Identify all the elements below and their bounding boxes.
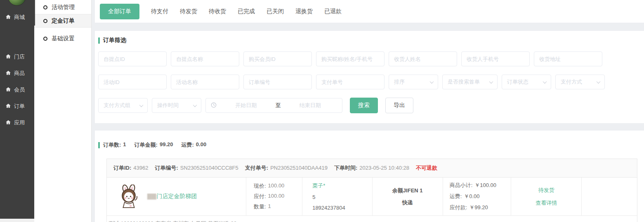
submenu-item-deposit-order[interactable]: 定金订单 [34, 14, 91, 28]
freight-value: ￥0.00 [464, 193, 479, 200]
accent-bar [98, 37, 100, 44]
submenu-item-label: 基础设置 [52, 35, 75, 42]
operate-time-select[interactable]: 操作时间 [152, 98, 201, 113]
submenu-item-activity[interactable]: 活动管理 [34, 0, 91, 14]
payment-method: 余额JIFEN 1 [392, 187, 423, 194]
paid-price-value: 100.00 [268, 193, 285, 200]
quantity-label: 数量: [254, 203, 266, 210]
spacer [95, 23, 644, 31]
buyer-cell: 栗子* 5 18924237804 [302, 178, 373, 215]
buyer-nickname-link[interactable]: 栗子* [312, 182, 325, 189]
end-date-placeholder[interactable]: 结束日期 [283, 102, 337, 109]
tab-pending-shipment[interactable]: 待发货 [180, 8, 197, 15]
pay-method-select[interactable]: 支付方式 [555, 75, 605, 89]
tab-refunded[interactable]: 已退款 [324, 8, 342, 15]
sidebar-item-label: 应用 [14, 119, 25, 126]
product-cell: ▇▇门店定金阶梯团 [107, 178, 246, 215]
chevron-down-icon [193, 103, 197, 107]
sidebar-item-store[interactable]: 门店 [0, 49, 34, 65]
tab-closed[interactable]: 已关闭 [267, 8, 284, 15]
secondary-sidebar: 活动管理 定金订单 基础设置 [34, 0, 92, 222]
order-status-tabs: 全部订单 待支付 待发货 待收货 已完成 已关闭 退换货 已退款 [95, 0, 644, 23]
order-amount-label: 订单金额: [134, 141, 158, 149]
filter-title-text: 订单筛选 [103, 37, 126, 44]
subtotal-label: 商品小计: [450, 182, 473, 189]
freight-value: 0.00 [196, 141, 206, 149]
filter-row-3: 支付方式组 操作时间 开始日期 至 结束日期 搜索 导出 [98, 98, 641, 113]
status-cell: 待发货 查看详情 [511, 178, 582, 215]
export-button[interactable]: 导出 [385, 98, 413, 113]
freight-label: 运费: [450, 193, 462, 200]
sidebar-item-label: 门店 [14, 53, 25, 61]
submenu-scrollbar[interactable] [34, 0, 35, 26]
order-filter-panel: 订单筛选 排序 是否搜索首单 订单状态 [95, 31, 644, 123]
sort-select[interactable]: 排序 [389, 75, 438, 89]
primary-sidebar: 商城 门店 商品 会员 订单 应用 [0, 0, 34, 222]
chevron-down-icon [597, 79, 601, 84]
pay-method-group-select[interactable]: 支付方式组 [98, 98, 148, 113]
status-badge: 待发货 [538, 187, 554, 194]
filter-row-2: 排序 是否搜索首单 订单状态 支付方式 [98, 75, 641, 89]
buyer-phone: 18924237804 [312, 205, 345, 211]
order-list-panel: 订单数:1 订单金额:99.20 运费:0.00 订单ID:43962 订单编号… [95, 131, 644, 222]
order-sn-input[interactable] [243, 75, 312, 89]
subtotal-value: ￥100.00 [474, 182, 496, 189]
tab-completed[interactable]: 已完成 [238, 8, 255, 15]
order-amount-value: 99.20 [160, 141, 173, 149]
primary-nav: 商城 门店 商品 会员 订单 应用 [0, 0, 34, 131]
primary-sidebar-rail: 商城 门店 商品 会员 订单 应用 [0, 0, 34, 219]
payment-sn-input[interactable] [316, 75, 385, 89]
sidebar-item-label: 商城 [14, 14, 25, 21]
tab-all-orders[interactable]: 全部订单 [100, 4, 139, 19]
select-label: 支付方式组 [104, 102, 130, 109]
freight-label: 运费: [181, 141, 193, 149]
payment-sn-value: PN2305251040DAA419 [270, 165, 328, 171]
select-label: 支付方式 [561, 78, 582, 86]
delivery-method: 快递 [402, 199, 413, 206]
non-refundable-badge: 不可退款 [416, 164, 437, 172]
order-count-label: 订单数: [103, 141, 121, 149]
sidebar-item-product[interactable]: 商品 [0, 65, 34, 82]
chevron-down-icon [489, 79, 493, 84]
sidebar-item-mall[interactable]: 商城 [0, 9, 34, 26]
receiver-phone-input[interactable] [461, 51, 530, 66]
activity-id-input[interactable] [98, 75, 167, 89]
tab-pending-receipt[interactable]: 待收货 [209, 8, 226, 15]
receiver-name-input[interactable] [389, 51, 457, 66]
order-card-header: 订单ID:43962 订单编号:SN2305251040CCC8F5 支付单号:… [107, 159, 637, 178]
buyer-member-id-input[interactable] [243, 51, 312, 66]
select-label: 操作时间 [157, 102, 179, 109]
submenu-item-settings[interactable]: 基础设置 [34, 32, 91, 45]
receiver-address-input[interactable] [534, 51, 602, 66]
pickup-id-input[interactable] [98, 51, 167, 66]
sidebar-item-member[interactable]: 会员 [0, 82, 34, 98]
order-sn-label: 订单编号: [155, 164, 178, 172]
start-date-placeholder[interactable]: 开始日期 [219, 102, 273, 109]
search-button[interactable]: 搜索 [350, 98, 378, 113]
tab-return-exchange[interactable]: 退换货 [295, 8, 313, 15]
radio-circle-icon [43, 37, 47, 41]
tab-pending-payment[interactable]: 待支付 [151, 8, 168, 15]
sidebar-item-order[interactable]: 订单 [0, 98, 34, 115]
sidebar-item-app[interactable]: 应用 [0, 115, 34, 131]
date-range-separator: 至 [276, 102, 281, 109]
first-order-select[interactable]: 是否搜索首单 [442, 75, 498, 89]
activity-name-input[interactable] [171, 75, 239, 89]
date-range-picker[interactable]: 开始日期 至 结束日期 [205, 98, 342, 113]
sidebar-item-label: 会员 [14, 86, 25, 93]
view-detail-link[interactable]: 查看详情 [535, 199, 557, 207]
quantity-value: 1 [268, 203, 271, 210]
home-icon [5, 103, 11, 110]
product-name-link[interactable]: ▇▇门店定金阶梯团 [147, 193, 197, 200]
order-card: 订单ID:43962 订单编号:SN2305251040CCC8F5 支付单号:… [106, 159, 637, 222]
actions-cell [582, 178, 637, 215]
submenu-item-label: 定金订单 [52, 17, 75, 25]
submenu-item-label: 活动管理 [52, 4, 75, 11]
order-status-select[interactable]: 订单状态 [502, 75, 551, 89]
chevron-down-icon [430, 79, 434, 84]
payable-value: ￥99.20 [469, 204, 488, 211]
buyer-nickname-input[interactable] [316, 51, 385, 66]
order-id-label: 订单ID: [113, 164, 131, 172]
rail-spacer [0, 26, 34, 49]
pickup-name-input[interactable] [171, 51, 239, 66]
